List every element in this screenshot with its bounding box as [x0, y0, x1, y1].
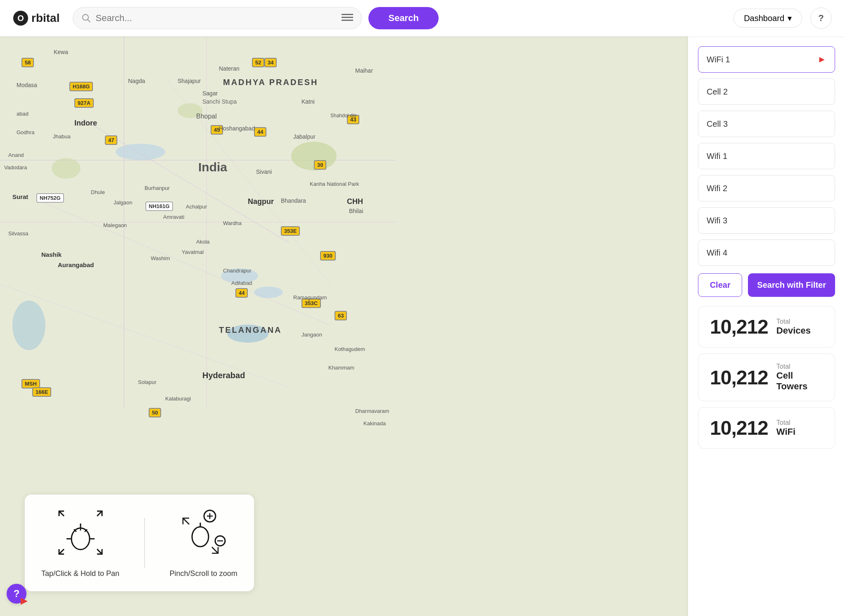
city-abad: abad — [17, 111, 28, 117]
action-row: Clear Search with Filter — [698, 273, 835, 297]
region-label-india: India — [198, 160, 227, 174]
hint-pan: Tap/Click & Hold to Pan — [41, 508, 119, 578]
city-bhilai: Bhilai — [349, 208, 363, 214]
city-godhra: Godhra — [17, 129, 34, 135]
clear-button[interactable]: Clear — [698, 273, 742, 297]
svg-point-17 — [291, 142, 337, 171]
hint-zoom-label: Pinch/Scroll to zoom — [170, 569, 237, 578]
city-nateran: Nateran — [219, 65, 240, 72]
city-jalgaon: Jalgaon — [114, 199, 133, 206]
filter-wifi1b[interactable]: Wifi 1 — [698, 143, 835, 169]
svg-line-1 — [88, 20, 90, 22]
city-shajapur: Shajapur — [178, 78, 201, 84]
devices-total: Total — [776, 318, 811, 325]
map-container[interactable]: 58 52 34 H168G 927A 43 45 44 47 30 NH752… — [0, 36, 688, 616]
city-amravati: Amravati — [163, 214, 184, 220]
city-kalaburagi: Kalaburagi — [165, 396, 191, 402]
svg-point-8 — [254, 287, 283, 298]
city-sivani: Sivani — [256, 168, 272, 175]
city-shahdol: Shahdol dis — [330, 113, 356, 118]
filter-wifi4-label: Wifi 4 — [707, 248, 727, 258]
search-button[interactable]: Search — [368, 7, 438, 29]
svg-point-26 — [71, 528, 90, 550]
city-jhabua: Jhabua — [53, 133, 71, 140]
filter-wifi1b-label: Wifi 1 — [707, 152, 727, 161]
city-jangaon: Jangaon — [301, 332, 322, 338]
city-hyderabad: Hyderabad — [202, 371, 245, 380]
cell-towers-total: Total — [776, 363, 823, 370]
city-wardha: Wardha — [223, 220, 242, 226]
devices-label: Total Devices — [776, 318, 811, 336]
pan-gesture-icon — [56, 508, 105, 563]
logo-icon: O — [13, 11, 28, 26]
filter-icon[interactable] — [342, 13, 353, 23]
devices-type: Devices — [776, 325, 811, 336]
city-bhandara: Bhandara — [281, 197, 306, 204]
svg-line-23 — [97, 511, 102, 516]
stats-section: 10,212 Total Devices 10,212 Total Cell T… — [698, 306, 835, 449]
city-anand: Anand — [8, 152, 24, 158]
stat-cell-towers: 10,212 Total Cell Towers — [698, 353, 835, 401]
filter-cell2[interactable]: Cell 2 — [698, 78, 835, 105]
wifi-total: Total — [776, 419, 795, 426]
cursor-arrow-icon: ▶ — [21, 595, 28, 606]
city-nagpur: Nagpur — [248, 197, 274, 206]
city-katni: Katni — [301, 98, 315, 105]
header-right: Dashboard ▾ ? — [733, 7, 832, 29]
region-chh: CHH — [347, 197, 363, 206]
filter-wifi2[interactable]: Wifi 2 — [698, 175, 835, 201]
zoom-gesture-icon — [179, 508, 228, 563]
help-label: ? — [818, 13, 824, 24]
city-achalpur: Achalpur — [186, 204, 207, 210]
city-maihar: Maihar — [355, 67, 373, 74]
hint-divider — [144, 518, 145, 568]
svg-point-21 — [12, 301, 45, 350]
city-nagda: Nagda — [128, 78, 145, 84]
city-aurangabad: Aurangabad — [58, 261, 94, 268]
city-dhule: Dhule — [91, 189, 105, 195]
header: O rbital Search Dashboard ▾ ? — [0, 0, 845, 36]
filter-wifi4[interactable]: Wifi 4 — [698, 239, 835, 266]
devices-count: 10,212 — [710, 315, 768, 338]
stat-wifi: 10,212 Total WiFi — [698, 407, 835, 449]
filter-wifi2-label: Wifi 2 — [707, 184, 727, 193]
city-burhanpur: Burhanpur — [145, 185, 170, 191]
city-malegaon: Malegaon — [103, 222, 127, 228]
map-hint: Tap/Click & Hold to Pan — [25, 495, 254, 591]
filter-cell2-label: Cell 2 — [707, 87, 728, 97]
city-yavatmal: Yavatmal — [182, 249, 204, 255]
region-label-madhya: MADHYA PRADESH — [223, 78, 318, 87]
svg-line-24 — [59, 549, 64, 554]
nav-arrow-icon: ► — [817, 54, 826, 65]
city-chandrapur: Chandrapur — [223, 268, 252, 274]
logo-text: rbital — [31, 12, 59, 25]
search-bar — [73, 7, 362, 29]
filter-wifi1[interactable]: WiFi 1 ► — [698, 46, 835, 73]
city-sagar: Sagar — [202, 90, 218, 97]
svg-line-39 — [212, 547, 218, 553]
filter-cell3-label: Cell 3 — [707, 119, 728, 129]
help-button[interactable]: ? — [810, 7, 832, 29]
search-with-filter-button[interactable]: Search with Filter — [748, 273, 835, 297]
svg-line-25 — [97, 549, 102, 554]
hint-zoom: Pinch/Scroll to zoom — [170, 508, 237, 578]
city-kewa: Kewa — [54, 49, 68, 55]
city-silvassa: Silvassa — [8, 230, 28, 237]
dashboard-button[interactable]: Dashboard ▾ — [733, 9, 802, 28]
city-ramagundam: Ramagundam — [293, 294, 327, 301]
city-surat: Surat — [12, 193, 28, 200]
city-indore: Indore — [74, 119, 97, 128]
city-akola: Akola — [196, 239, 210, 245]
city-adilabad: Adilabad — [231, 280, 252, 286]
search-input[interactable] — [95, 13, 334, 24]
city-washim: Washim — [151, 255, 170, 261]
city-vadodara: Vadodara — [4, 164, 27, 171]
hint-pan-label: Tap/Click & Hold to Pan — [41, 569, 119, 578]
city-sanchi: Sanchi Stupa — [202, 98, 237, 105]
filter-wifi3[interactable]: Wifi 3 — [698, 207, 835, 234]
chevron-down-icon: ▾ — [788, 13, 792, 23]
city-modasa: Modasa — [17, 82, 37, 88]
cell-towers-label: Total Cell Towers — [776, 363, 823, 392]
svg-point-40 — [192, 527, 209, 547]
filter-cell3[interactable]: Cell 3 — [698, 111, 835, 137]
